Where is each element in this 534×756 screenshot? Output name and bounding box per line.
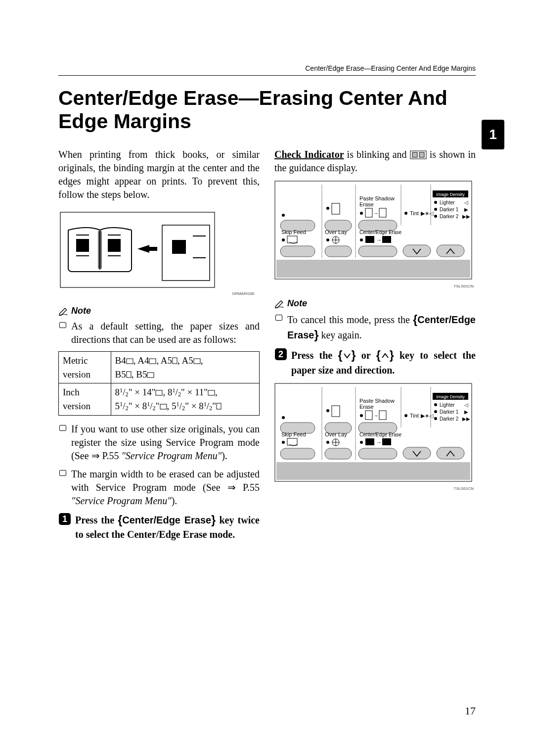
chapter-number: 1 (489, 127, 497, 142)
landscape-icon (149, 358, 156, 364)
svg-text:→: → (376, 237, 382, 243)
svg-rect-73 (365, 236, 374, 243)
note-icon (58, 306, 68, 316)
note-icon (274, 298, 284, 308)
note-item: As a default setting, the paper sizes an… (59, 320, 260, 346)
svg-point-66 (326, 238, 329, 241)
step-2: 2 Press the {} or {} key to select the p… (274, 348, 476, 377)
svg-rect-128 (358, 448, 397, 459)
table-row: Metricversion B4, A4, A5, A5, B5, B5 (59, 352, 260, 383)
note-text: The margin width to be erased can be adj… (71, 468, 260, 508)
svg-rect-122 (325, 448, 352, 459)
svg-text:Darker 1: Darker 1 (440, 207, 459, 212)
svg-text:Lighter: Lighter (440, 402, 455, 408)
intro-text: When printing from thick books, or simil… (58, 148, 260, 201)
bullet-icon (59, 470, 66, 476)
svg-text:Skip Feed: Skip Feed (281, 229, 306, 235)
svg-text:Tint: Tint (410, 413, 419, 419)
svg-rect-116 (280, 448, 315, 459)
table-cell: B4, A4, A5, A5, B5, B5 (111, 352, 259, 383)
svg-rect-22 (160, 404, 167, 409)
svg-rect-97 (379, 411, 386, 420)
svg-text:Darker 2: Darker 2 (440, 214, 459, 219)
note-item: The margin width to be erased can be adj… (59, 468, 260, 508)
note-text: As a default setting, the paper sizes an… (71, 320, 260, 346)
step-text: Press the {Center/Edge Erase} key twice … (75, 513, 260, 541)
svg-text:Erase: Erase (359, 404, 374, 410)
svg-text:▶▶: ▶▶ (462, 214, 470, 219)
paper-size-table: Metricversion B4, A4, A5, A5, B5, B5 Inc… (58, 351, 260, 416)
svg-text:◁: ◁ (464, 200, 468, 205)
table-cell: Metricversion (59, 352, 111, 383)
svg-text:1: 1 (62, 514, 67, 524)
svg-rect-45 (379, 208, 386, 217)
svg-rect-95 (365, 411, 372, 420)
chapter-tab: 1 (482, 120, 504, 149)
panel-caption: TSLS01CN (274, 486, 476, 492)
svg-point-89 (326, 409, 329, 412)
landscape-icon (126, 358, 134, 364)
up-chevron-icon (381, 352, 390, 359)
svg-point-62 (282, 238, 285, 241)
svg-rect-90 (332, 406, 340, 417)
note-label: Note (71, 305, 91, 317)
svg-text:Over Lay: Over Lay (325, 229, 347, 235)
svg-text:Center/Edge Erase: Center/Edge Erase (359, 230, 401, 235)
bullet-icon (59, 425, 66, 431)
svg-rect-70 (325, 246, 352, 257)
svg-point-114 (282, 441, 285, 444)
bullet-icon (59, 322, 66, 328)
svg-rect-21 (208, 390, 215, 395)
down-chevron-icon (343, 352, 352, 359)
right-column: Check Indicator is blinking and is shown… (274, 148, 476, 541)
svg-rect-3 (108, 239, 121, 252)
svg-rect-27 (412, 152, 417, 157)
svg-point-72 (360, 238, 363, 241)
landscape-icon (147, 372, 154, 378)
svg-rect-76 (358, 246, 397, 257)
svg-rect-78 (437, 245, 464, 257)
svg-rect-17 (194, 359, 200, 364)
svg-rect-15 (149, 359, 156, 364)
svg-text:◁: ◁ (464, 402, 468, 408)
svg-point-42 (360, 212, 363, 215)
svg-text:Center/Edge Erase: Center/Edge Erase (359, 432, 401, 437)
table-row: Inchversion 81/2" × 14", 81/2" × 11", 51… (59, 383, 260, 415)
svg-rect-125 (365, 438, 374, 445)
svg-rect-38 (332, 203, 340, 214)
svg-rect-11 (172, 240, 186, 254)
svg-text:→: → (373, 210, 379, 216)
page-number: 17 (465, 705, 476, 717)
svg-rect-64 (280, 246, 315, 257)
landscape-icon (160, 404, 167, 410)
svg-marker-9 (137, 245, 157, 253)
svg-text:Erase: Erase (359, 201, 374, 207)
step-number-icon: 2 (274, 348, 287, 361)
svg-text:Paste Shadow: Paste Shadow (359, 195, 395, 201)
svg-rect-77 (403, 245, 431, 257)
step-text: Press the {} or {} key to select the pap… (291, 348, 476, 377)
left-column: When printing from thick books, or simil… (58, 148, 260, 541)
svg-text:▶∗◁: ▶∗◁ (421, 210, 434, 216)
svg-point-87 (282, 416, 285, 419)
note-label: Note (287, 297, 307, 309)
svg-rect-63 (287, 236, 297, 243)
table-cell: 81/2" × 14", 81/2" × 11", 51/2" × 81/2",… (111, 383, 259, 415)
svg-point-118 (326, 441, 329, 444)
svg-point-52 (434, 201, 437, 204)
svg-rect-23 (217, 403, 221, 409)
landscape-icon (193, 358, 201, 364)
portrait-icon (172, 357, 178, 364)
svg-text:Over Lay: Over Lay (325, 431, 347, 437)
table-cell: Inchversion (59, 383, 111, 415)
svg-rect-82 (276, 462, 470, 480)
svg-text:▶: ▶ (464, 207, 468, 212)
svg-rect-19 (147, 373, 154, 378)
svg-point-99 (404, 414, 407, 417)
svg-rect-8 (98, 231, 102, 269)
svg-rect-75 (382, 236, 391, 243)
svg-text:▶▶: ▶▶ (462, 416, 470, 422)
svg-point-37 (326, 207, 329, 210)
svg-point-94 (360, 414, 363, 417)
note-item: To cancel this mode, press the {Center/E… (275, 312, 476, 343)
